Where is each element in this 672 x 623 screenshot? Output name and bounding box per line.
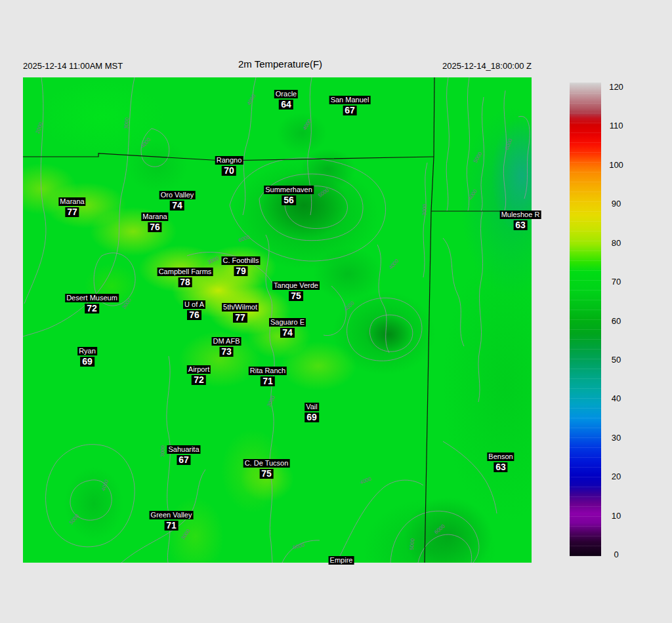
station: DM AFB73 <box>212 337 242 357</box>
station-name: Marana <box>58 197 85 206</box>
station-temperature-value: 69 <box>304 412 319 422</box>
colorbar-tick-label: 110 <box>610 121 623 131</box>
station-temperature-value: 73 <box>219 347 234 357</box>
station: Oracle64 <box>274 90 298 110</box>
station-temperature-value: 64 <box>279 100 293 110</box>
contour-elevation-label: 4000 <box>359 476 372 486</box>
contour-elevation-label: 3000 <box>207 255 220 266</box>
contour-elevation-label: 4000 <box>246 93 257 106</box>
colorbar-tick-label: 90 <box>612 199 621 209</box>
colorbar-tick-label: 0 <box>614 550 618 559</box>
station-temperature-value: 70 <box>222 166 236 176</box>
station-temperature-value: 63 <box>494 462 508 472</box>
colorbar-tick-label: 70 <box>612 277 621 287</box>
station-temperature-value: 74 <box>280 328 295 338</box>
colorbar-tick-label: 60 <box>612 316 621 326</box>
contour-elevation-label: 5000 <box>472 151 484 164</box>
colorbar-tick-label: 100 <box>609 160 623 170</box>
station-temperature-value: 67 <box>343 106 357 115</box>
station: Campbell Farms78 <box>158 268 213 287</box>
contour-elevation-label: 4000 <box>100 479 110 492</box>
colorbar-tick-label: 30 <box>612 433 621 443</box>
station: C. De Tucson75 <box>243 459 290 479</box>
station: Rita Ranch71 <box>249 367 287 386</box>
station-temperature-value: 79 <box>234 266 248 276</box>
colorbar-tick-label: 50 <box>612 355 621 365</box>
station: Green Valley71 <box>150 511 194 531</box>
station-temperature-value: 67 <box>177 455 191 465</box>
contour-elevation-label: 4000 <box>302 118 313 131</box>
station-temperature-value: 72 <box>192 375 206 385</box>
station-temperature-value: 72 <box>85 304 99 313</box>
colorbar-tick-label: 80 <box>612 238 621 248</box>
station-name: Summerhaven <box>264 186 314 194</box>
station: San Manuel67 <box>329 96 371 115</box>
contour-elevation-label: 4000 <box>140 136 152 149</box>
station-temperature-value: 56 <box>282 195 296 205</box>
contour-elevation-label: 3000 <box>123 117 131 130</box>
station-temperature-value: 78 <box>178 277 192 287</box>
contour-elevation-label: 6000 <box>433 523 446 535</box>
station-name: Desert Museum <box>65 294 119 302</box>
station-name: Rita Ranch <box>249 367 287 375</box>
contour-elevation-label: 3000 <box>266 395 276 408</box>
station: Tanque Verde75 <box>272 281 320 301</box>
station-temperature-value: 75 <box>259 469 274 479</box>
contour-elevation-label: 6000 <box>238 234 251 244</box>
station-name: 5th/Wilmot <box>222 303 259 312</box>
contour-elevation-label: 3000 <box>121 297 133 310</box>
station-temperature-value: 77 <box>65 207 79 217</box>
contour-elevation-label: 3000 <box>159 445 166 457</box>
station-name: Green Valley <box>150 511 194 519</box>
station-name: Vail <box>304 403 319 411</box>
map-title: 2m Temperature(F) <box>238 58 322 70</box>
temperature-field-map: 2000300040004000400050006000300030004000… <box>23 77 532 563</box>
station-name: Oracle <box>274 90 298 98</box>
temperature-colorbar <box>570 83 601 556</box>
station-name: Airport <box>187 365 211 374</box>
station-name: Marana <box>141 212 168 221</box>
station-name: Empire <box>329 556 354 565</box>
contour-elevation-label: 5000 <box>317 187 330 199</box>
station-name: Oro Valley <box>159 191 196 199</box>
station-name: Muleshoe R <box>500 211 541 219</box>
station-name: DM AFB <box>212 337 242 346</box>
station-name: Ryan <box>77 347 97 355</box>
station-name: San Manuel <box>329 96 371 104</box>
station-name: Benson <box>487 452 514 461</box>
station-temperature-value: 71 <box>164 521 178 531</box>
weather-map-page: { "header": { "left_timestamp": "2025-12… <box>0 0 672 623</box>
station: U of A76 <box>183 300 205 320</box>
station: Vail69 <box>304 403 319 422</box>
station: Summerhaven56 <box>264 186 314 205</box>
station-name: C. De Tucson <box>243 459 290 468</box>
valid-time-local: 2025-12-14 11:00AM MST <box>23 61 123 71</box>
station: Saguaro E74 <box>269 318 306 338</box>
contour-elevation-label: 2000 <box>35 121 45 134</box>
station-temperature-value: 71 <box>261 376 275 386</box>
station: Airport72 <box>187 365 211 385</box>
colorbar-tick-label: 120 <box>609 82 623 92</box>
station-name: Campbell Farms <box>158 268 213 276</box>
station: Ryan69 <box>77 347 97 367</box>
station-temperature-value: 69 <box>80 357 94 367</box>
station: Empire <box>329 556 354 565</box>
station-temperature-value: 74 <box>170 201 184 211</box>
contour-elevation-label: 4000 <box>467 188 478 201</box>
colorbar-tick-label: 10 <box>612 511 621 521</box>
station-temperature-value: 75 <box>289 291 303 301</box>
station-name: C. Foothills <box>221 256 260 265</box>
station-name: Rangno <box>215 156 243 165</box>
station: Sahuarita67 <box>167 445 200 465</box>
contour-elevation-label: 6000 <box>504 138 514 151</box>
station: Muleshoe R63 <box>500 211 541 230</box>
station: Desert Museum72 <box>65 294 119 313</box>
station-temperature-value: 76 <box>148 222 162 232</box>
station: C. Foothills79 <box>221 256 260 276</box>
station: Rangno70 <box>215 156 243 176</box>
station: Marana77 <box>58 197 85 217</box>
station-name: Sahuarita <box>167 445 200 454</box>
station-temperature-value: 76 <box>187 310 201 320</box>
contour-elevation-label: 5000 <box>68 513 81 525</box>
contour-elevation-label: 4000 <box>388 258 400 270</box>
